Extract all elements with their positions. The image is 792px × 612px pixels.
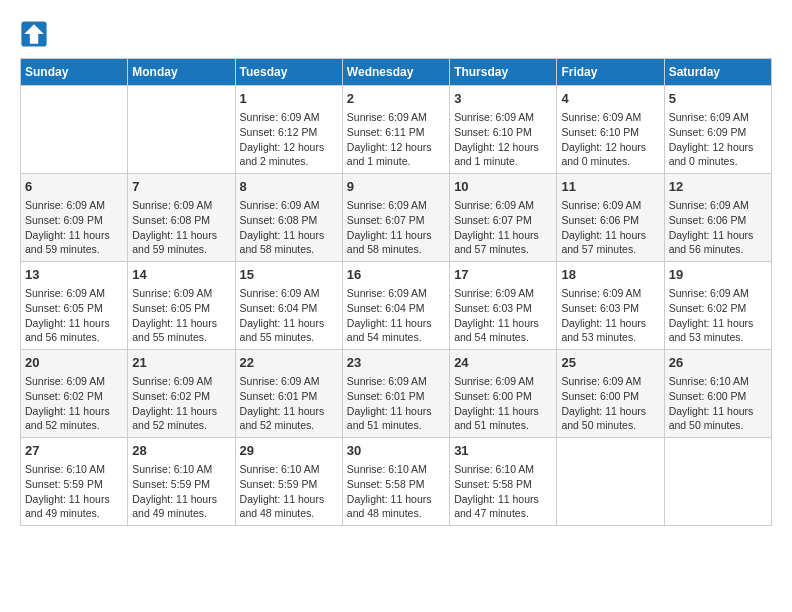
day-number: 20 <box>25 354 123 372</box>
week-row-1: 1Sunrise: 6:09 AM Sunset: 6:12 PM Daylig… <box>21 86 772 174</box>
calendar-cell: 14Sunrise: 6:09 AM Sunset: 6:05 PM Dayli… <box>128 262 235 350</box>
day-number: 3 <box>454 90 552 108</box>
header-saturday: Saturday <box>664 59 771 86</box>
calendar-cell: 24Sunrise: 6:09 AM Sunset: 6:00 PM Dayli… <box>450 350 557 438</box>
calendar-cell: 6Sunrise: 6:09 AM Sunset: 6:09 PM Daylig… <box>21 174 128 262</box>
calendar-cell: 20Sunrise: 6:09 AM Sunset: 6:02 PM Dayli… <box>21 350 128 438</box>
day-info: Sunrise: 6:10 AM Sunset: 6:00 PM Dayligh… <box>669 374 767 433</box>
day-info: Sunrise: 6:09 AM Sunset: 6:03 PM Dayligh… <box>454 286 552 345</box>
calendar-cell: 4Sunrise: 6:09 AM Sunset: 6:10 PM Daylig… <box>557 86 664 174</box>
day-number: 7 <box>132 178 230 196</box>
calendar-cell: 23Sunrise: 6:09 AM Sunset: 6:01 PM Dayli… <box>342 350 449 438</box>
calendar-cell: 10Sunrise: 6:09 AM Sunset: 6:07 PM Dayli… <box>450 174 557 262</box>
day-number: 23 <box>347 354 445 372</box>
calendar-cell: 31Sunrise: 6:10 AM Sunset: 5:58 PM Dayli… <box>450 438 557 526</box>
day-info: Sunrise: 6:09 AM Sunset: 6:02 PM Dayligh… <box>669 286 767 345</box>
day-info: Sunrise: 6:10 AM Sunset: 5:59 PM Dayligh… <box>25 462 123 521</box>
day-info: Sunrise: 6:09 AM Sunset: 6:06 PM Dayligh… <box>561 198 659 257</box>
day-number: 16 <box>347 266 445 284</box>
day-number: 2 <box>347 90 445 108</box>
day-number: 11 <box>561 178 659 196</box>
day-number: 9 <box>347 178 445 196</box>
header-tuesday: Tuesday <box>235 59 342 86</box>
calendar-cell: 2Sunrise: 6:09 AM Sunset: 6:11 PM Daylig… <box>342 86 449 174</box>
calendar-cell: 16Sunrise: 6:09 AM Sunset: 6:04 PM Dayli… <box>342 262 449 350</box>
day-number: 8 <box>240 178 338 196</box>
day-info: Sunrise: 6:09 AM Sunset: 6:07 PM Dayligh… <box>454 198 552 257</box>
logo-icon <box>20 20 48 48</box>
day-info: Sunrise: 6:09 AM Sunset: 6:00 PM Dayligh… <box>561 374 659 433</box>
calendar-cell: 15Sunrise: 6:09 AM Sunset: 6:04 PM Dayli… <box>235 262 342 350</box>
day-info: Sunrise: 6:09 AM Sunset: 6:02 PM Dayligh… <box>132 374 230 433</box>
day-info: Sunrise: 6:09 AM Sunset: 6:02 PM Dayligh… <box>25 374 123 433</box>
day-number: 5 <box>669 90 767 108</box>
day-number: 4 <box>561 90 659 108</box>
calendar-cell: 22Sunrise: 6:09 AM Sunset: 6:01 PM Dayli… <box>235 350 342 438</box>
day-info: Sunrise: 6:09 AM Sunset: 6:07 PM Dayligh… <box>347 198 445 257</box>
day-number: 21 <box>132 354 230 372</box>
day-info: Sunrise: 6:09 AM Sunset: 6:06 PM Dayligh… <box>669 198 767 257</box>
week-row-2: 6Sunrise: 6:09 AM Sunset: 6:09 PM Daylig… <box>21 174 772 262</box>
day-info: Sunrise: 6:10 AM Sunset: 5:58 PM Dayligh… <box>347 462 445 521</box>
day-info: Sunrise: 6:09 AM Sunset: 6:08 PM Dayligh… <box>240 198 338 257</box>
logo <box>20 20 52 48</box>
day-info: Sunrise: 6:09 AM Sunset: 6:08 PM Dayligh… <box>132 198 230 257</box>
calendar-cell: 1Sunrise: 6:09 AM Sunset: 6:12 PM Daylig… <box>235 86 342 174</box>
calendar-cell: 21Sunrise: 6:09 AM Sunset: 6:02 PM Dayli… <box>128 350 235 438</box>
week-row-4: 20Sunrise: 6:09 AM Sunset: 6:02 PM Dayli… <box>21 350 772 438</box>
calendar-header: SundayMondayTuesdayWednesdayThursdayFrid… <box>21 59 772 86</box>
day-info: Sunrise: 6:09 AM Sunset: 6:03 PM Dayligh… <box>561 286 659 345</box>
calendar-cell: 26Sunrise: 6:10 AM Sunset: 6:00 PM Dayli… <box>664 350 771 438</box>
calendar-cell: 17Sunrise: 6:09 AM Sunset: 6:03 PM Dayli… <box>450 262 557 350</box>
day-info: Sunrise: 6:09 AM Sunset: 6:04 PM Dayligh… <box>347 286 445 345</box>
calendar-cell: 19Sunrise: 6:09 AM Sunset: 6:02 PM Dayli… <box>664 262 771 350</box>
day-number: 10 <box>454 178 552 196</box>
calendar-cell: 13Sunrise: 6:09 AM Sunset: 6:05 PM Dayli… <box>21 262 128 350</box>
calendar-cell: 11Sunrise: 6:09 AM Sunset: 6:06 PM Dayli… <box>557 174 664 262</box>
calendar-cell: 25Sunrise: 6:09 AM Sunset: 6:00 PM Dayli… <box>557 350 664 438</box>
day-info: Sunrise: 6:09 AM Sunset: 6:10 PM Dayligh… <box>561 110 659 169</box>
day-number: 31 <box>454 442 552 460</box>
calendar-cell: 9Sunrise: 6:09 AM Sunset: 6:07 PM Daylig… <box>342 174 449 262</box>
day-number: 28 <box>132 442 230 460</box>
calendar-cell <box>664 438 771 526</box>
calendar-cell: 5Sunrise: 6:09 AM Sunset: 6:09 PM Daylig… <box>664 86 771 174</box>
day-info: Sunrise: 6:09 AM Sunset: 6:04 PM Dayligh… <box>240 286 338 345</box>
day-info: Sunrise: 6:09 AM Sunset: 6:09 PM Dayligh… <box>669 110 767 169</box>
calendar-cell: 29Sunrise: 6:10 AM Sunset: 5:59 PM Dayli… <box>235 438 342 526</box>
calendar-cell: 18Sunrise: 6:09 AM Sunset: 6:03 PM Dayli… <box>557 262 664 350</box>
day-info: Sunrise: 6:09 AM Sunset: 6:01 PM Dayligh… <box>347 374 445 433</box>
day-number: 30 <box>347 442 445 460</box>
day-number: 1 <box>240 90 338 108</box>
day-info: Sunrise: 6:09 AM Sunset: 6:10 PM Dayligh… <box>454 110 552 169</box>
calendar-cell: 28Sunrise: 6:10 AM Sunset: 5:59 PM Dayli… <box>128 438 235 526</box>
day-info: Sunrise: 6:09 AM Sunset: 6:05 PM Dayligh… <box>132 286 230 345</box>
page-header <box>20 20 772 48</box>
calendar-cell: 3Sunrise: 6:09 AM Sunset: 6:10 PM Daylig… <box>450 86 557 174</box>
day-number: 25 <box>561 354 659 372</box>
calendar-cell <box>557 438 664 526</box>
day-number: 19 <box>669 266 767 284</box>
day-info: Sunrise: 6:09 AM Sunset: 6:00 PM Dayligh… <box>454 374 552 433</box>
day-number: 14 <box>132 266 230 284</box>
calendar-cell: 8Sunrise: 6:09 AM Sunset: 6:08 PM Daylig… <box>235 174 342 262</box>
day-number: 12 <box>669 178 767 196</box>
calendar-cell: 30Sunrise: 6:10 AM Sunset: 5:58 PM Dayli… <box>342 438 449 526</box>
header-thursday: Thursday <box>450 59 557 86</box>
calendar-cell: 12Sunrise: 6:09 AM Sunset: 6:06 PM Dayli… <box>664 174 771 262</box>
day-number: 27 <box>25 442 123 460</box>
header-wednesday: Wednesday <box>342 59 449 86</box>
day-info: Sunrise: 6:09 AM Sunset: 6:11 PM Dayligh… <box>347 110 445 169</box>
day-number: 13 <box>25 266 123 284</box>
calendar-body: 1Sunrise: 6:09 AM Sunset: 6:12 PM Daylig… <box>21 86 772 526</box>
day-number: 29 <box>240 442 338 460</box>
day-number: 18 <box>561 266 659 284</box>
day-number: 22 <box>240 354 338 372</box>
day-info: Sunrise: 6:10 AM Sunset: 5:59 PM Dayligh… <box>240 462 338 521</box>
header-sunday: Sunday <box>21 59 128 86</box>
day-number: 15 <box>240 266 338 284</box>
week-row-3: 13Sunrise: 6:09 AM Sunset: 6:05 PM Dayli… <box>21 262 772 350</box>
day-info: Sunrise: 6:09 AM Sunset: 6:05 PM Dayligh… <box>25 286 123 345</box>
header-row: SundayMondayTuesdayWednesdayThursdayFrid… <box>21 59 772 86</box>
calendar-cell: 7Sunrise: 6:09 AM Sunset: 6:08 PM Daylig… <box>128 174 235 262</box>
